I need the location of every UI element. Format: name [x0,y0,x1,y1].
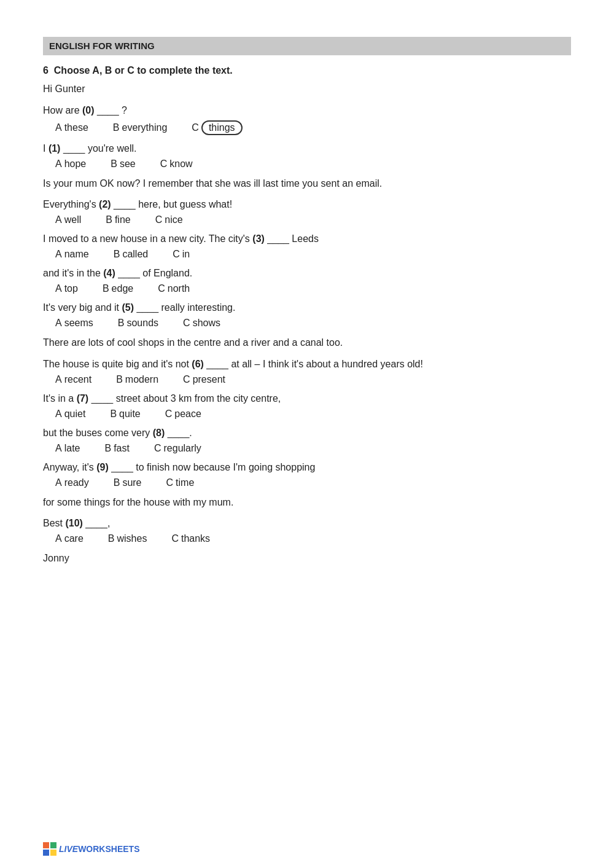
q2-options: A well B fine C nice [55,214,571,225]
signature: Jonny [43,550,571,566]
q5-option-a[interactable]: A seems [55,318,93,329]
footer: LIVEWORKSHEETS [43,842,139,856]
q8-option-b[interactable]: B fast [104,443,129,454]
q9-option-b[interactable]: B sure [114,477,142,488]
q7-line: It's in a (7) ____ street about 3 km fro… [43,391,571,406]
q7-options: A quiet B quite C peace [55,409,571,420]
q10-options: A care B wishes C thanks [55,533,571,544]
header-bar: ENGLISH FOR WRITING [43,37,571,55]
logo-squares [43,842,56,856]
q9-line: Anyway, it's (9) ____ to finish now beca… [43,460,571,475]
salutation: Hi Gunter [43,81,571,97]
q5-option-b[interactable]: B sounds [118,318,158,329]
q4-option-a[interactable]: A top [55,283,78,294]
logo-square-1 [43,842,49,848]
footer-brand-text: LIVEWORKSHEETS [59,844,139,854]
q0-option-a[interactable]: A these [55,122,88,133]
q9-option-c[interactable]: C time [166,477,195,488]
prose-1: Is your mum OK now? I remember that she … [43,176,571,192]
q8-option-c[interactable]: C regularly [154,443,201,454]
logo-square-2 [50,842,56,848]
q5-options: A seems B sounds C shows [55,318,571,329]
q2-option-a[interactable]: A well [55,214,81,225]
q2-option-c[interactable]: C nice [155,214,183,225]
q7-option-c[interactable]: C peace [165,409,201,420]
q3-option-a[interactable]: A name [55,249,89,260]
logo-square-4 [50,850,56,856]
q10-line: Best (10) ____, [43,516,571,531]
q7-option-b[interactable]: B quite [110,409,140,420]
exercise-instruction: Choose A, B or C to complete the text. [54,65,233,76]
q4-option-b[interactable]: B edge [103,283,133,294]
q0-option-b[interactable]: B everything [113,122,168,133]
q2-line: Everything's (2) ____ here, but guess wh… [43,197,571,212]
q3-option-b[interactable]: B called [114,249,148,260]
q10-option-b[interactable]: B wishes [108,533,147,544]
header-bar-text: ENGLISH FOR WRITING [49,41,155,51]
prose-3: for some things for the house with my mu… [43,495,571,510]
prose-2: There are lots of cool shops in the cent… [43,335,571,351]
q2-option-b[interactable]: B fine [106,214,130,225]
liveworksheets-logo: LIVEWORKSHEETS [43,842,139,856]
q9-option-a[interactable]: A ready [55,477,89,488]
q3-line: I moved to a new house in a new city. Th… [43,232,571,246]
q4-options: A top B edge C north [55,283,571,294]
q8-options: A late B fast C regularly [55,443,571,454]
q4-line: and it's in the (4) ____ of England. [43,266,571,281]
exercise-number: 6 [43,65,49,76]
q10-option-a[interactable]: A care [55,533,84,544]
q1-option-c[interactable]: C know [160,158,193,170]
q6-option-a[interactable]: A recent [55,374,91,385]
q3-option-c[interactable]: C in [173,249,190,260]
q5-option-c[interactable]: C shows [183,318,220,329]
q5-line: It's very big and it (5) ____ really int… [43,300,571,315]
q1-option-b[interactable]: B see [111,158,135,170]
q7-option-a[interactable]: A quiet [55,409,85,420]
q8-option-a[interactable]: A late [55,443,80,454]
q6-options: A recent B modern C present [55,374,571,385]
page: ENGLISH FOR WRITING 6 Choose A, B or C t… [0,0,614,622]
q6-option-c[interactable]: C present [183,374,225,385]
q8-line: but the buses come very (8) ____. [43,426,571,440]
exercise-title: 6 Choose A, B or C to complete the text. [43,65,571,76]
logo-square-3 [43,850,49,856]
q6-option-b[interactable]: B modern [116,374,158,385]
q1-line: I (1) ____ you're well. [43,141,571,156]
q10-option-c[interactable]: C thanks [171,533,210,544]
q1-option-a[interactable]: A hope [55,158,86,170]
q1-options: A hope B see C know [55,158,571,170]
q0-option-c[interactable]: C things [192,120,242,135]
q6-line: The house is quite big and it's not (6) … [43,357,571,372]
q9-options: A ready B sure C time [55,477,571,488]
q0-line: How are (0) ____ ? [43,103,571,118]
q3-options: A name B called C in [55,249,571,260]
q0-options: A these B everything C things [55,120,571,135]
q4-option-c[interactable]: C north [158,283,190,294]
